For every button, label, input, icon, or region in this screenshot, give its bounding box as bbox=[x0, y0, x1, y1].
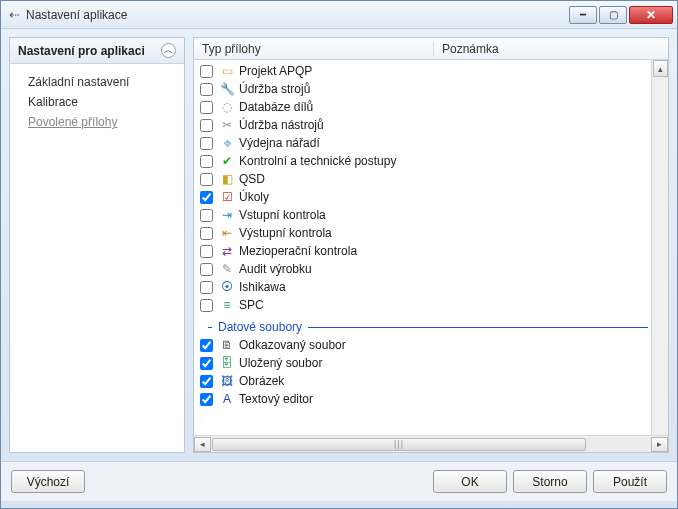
type-row: ◧QSD bbox=[200, 170, 668, 188]
group-label-text: Datové soubory bbox=[218, 320, 302, 334]
type-label: Výstupní kontrola bbox=[239, 226, 332, 240]
scroll-track[interactable]: ||| bbox=[211, 437, 651, 452]
project-icon: ▭ bbox=[219, 63, 235, 79]
type-label: Úkoly bbox=[239, 190, 269, 204]
datafile-checkbox[interactable] bbox=[200, 339, 213, 352]
type-checkbox[interactable] bbox=[200, 281, 213, 294]
type-row: ⎆Výdejna nářadí bbox=[200, 134, 668, 152]
type-checkbox[interactable] bbox=[200, 155, 213, 168]
type-row: ◌Databáze dílů bbox=[200, 98, 668, 116]
type-checkbox[interactable] bbox=[200, 191, 213, 204]
text-editor-icon: A bbox=[219, 391, 235, 407]
spc-icon: ≡ bbox=[219, 297, 235, 313]
sidebar-item-1[interactable]: Kalibrace bbox=[28, 92, 184, 112]
type-row: ⇥Vstupní kontrola bbox=[200, 206, 668, 224]
window-body: Nastavení pro aplikaci ︿ Základní nastav… bbox=[1, 29, 677, 461]
scroll-up-icon[interactable]: ▴ bbox=[653, 60, 668, 77]
database-icon: ◌ bbox=[219, 99, 235, 115]
type-label: Údržba nástrojů bbox=[239, 118, 324, 132]
minimize-button[interactable]: ━ bbox=[569, 6, 597, 24]
horizontal-scrollbar[interactable]: ◂ ||| ▸ bbox=[194, 435, 668, 452]
datafile-checkbox[interactable] bbox=[200, 357, 213, 370]
type-row: ⇄Mezioperační kontrola bbox=[200, 242, 668, 260]
type-row: ▭Projekt APQP bbox=[200, 62, 668, 80]
sidebar-header[interactable]: Nastavení pro aplikaci ︿ bbox=[10, 38, 184, 64]
image-icon: 🖼 bbox=[219, 373, 235, 389]
column-type[interactable]: Typ přílohy bbox=[194, 42, 434, 56]
datafile-label: Uložený soubor bbox=[239, 356, 322, 370]
input-icon: ⇥ bbox=[219, 207, 235, 223]
ok-button[interactable]: OK bbox=[433, 470, 507, 493]
attachment-list: ▭Projekt APQP🔧Údržba strojů◌Databáze díl… bbox=[194, 60, 668, 435]
default-button[interactable]: Výchozí bbox=[11, 470, 85, 493]
type-checkbox[interactable] bbox=[200, 137, 213, 150]
tools-icon: ✂ bbox=[219, 117, 235, 133]
type-checkbox[interactable] bbox=[200, 245, 213, 258]
type-checkbox[interactable] bbox=[200, 227, 213, 240]
stored-file-icon: 🗄 bbox=[219, 355, 235, 371]
type-label: Ishikawa bbox=[239, 280, 286, 294]
cancel-button[interactable]: Storno bbox=[513, 470, 587, 493]
audit-icon: ✎ bbox=[219, 261, 235, 277]
type-label: QSD bbox=[239, 172, 265, 186]
type-row: 🔧Údržba strojů bbox=[200, 80, 668, 98]
datafile-row: 🗎Odkazovaný soubor bbox=[200, 336, 668, 354]
sidebar-items: Základní nastaveníKalibracePovolené příl… bbox=[10, 64, 184, 140]
sidebar-item-2[interactable]: Povolené přílohy bbox=[28, 112, 184, 132]
type-row: ✔Kontrolní a technické postupy bbox=[200, 152, 668, 170]
type-label: Vstupní kontrola bbox=[239, 208, 326, 222]
type-label: Výdejna nářadí bbox=[239, 136, 320, 150]
type-label: SPC bbox=[239, 298, 264, 312]
interop-icon: ⇄ bbox=[219, 243, 235, 259]
type-checkbox[interactable] bbox=[200, 65, 213, 78]
dialog-footer: Výchozí OK Storno Použít bbox=[1, 461, 677, 501]
type-checkbox[interactable] bbox=[200, 83, 213, 96]
type-row: ⦿Ishikawa bbox=[200, 278, 668, 296]
column-note[interactable]: Poznámka bbox=[434, 42, 507, 56]
procedure-icon: ✔ bbox=[219, 153, 235, 169]
close-button[interactable]: ✕ bbox=[629, 6, 673, 24]
app-window: ⇠ Nastavení aplikace ━ ▢ ✕ Nastavení pro… bbox=[0, 0, 678, 509]
tasks-icon: ☑ bbox=[219, 189, 235, 205]
type-checkbox[interactable] bbox=[200, 263, 213, 276]
datafile-checkbox[interactable] bbox=[200, 393, 213, 406]
window-buttons: ━ ▢ ✕ bbox=[567, 6, 673, 24]
output-icon: ⇤ bbox=[219, 225, 235, 241]
titlebar: ⇠ Nastavení aplikace ━ ▢ ✕ bbox=[1, 1, 677, 29]
type-row: ✎Audit výrobku bbox=[200, 260, 668, 278]
sidebar-item-0[interactable]: Základní nastavení bbox=[28, 72, 184, 92]
apply-button[interactable]: Použít bbox=[593, 470, 667, 493]
type-label: Databáze dílů bbox=[239, 100, 313, 114]
datafile-checkbox[interactable] bbox=[200, 375, 213, 388]
qsd-icon: ◧ bbox=[219, 171, 235, 187]
main-panel: Typ přílohy Poznámka ▭Projekt APQP🔧Údržb… bbox=[193, 37, 669, 453]
datafile-label: Odkazovaný soubor bbox=[239, 338, 346, 352]
maximize-button[interactable]: ▢ bbox=[599, 6, 627, 24]
type-checkbox[interactable] bbox=[200, 101, 213, 114]
chevron-up-icon[interactable]: ︿ bbox=[161, 43, 176, 58]
issue-icon: ⎆ bbox=[219, 135, 235, 151]
sidebar: Nastavení pro aplikaci ︿ Základní nastav… bbox=[9, 37, 185, 453]
type-row: ✂Údržba nástrojů bbox=[200, 116, 668, 134]
type-label: Mezioperační kontrola bbox=[239, 244, 357, 258]
ishikawa-icon: ⦿ bbox=[219, 279, 235, 295]
window-title: Nastavení aplikace bbox=[26, 8, 567, 22]
datafile-row: 🗄Uložený soubor bbox=[200, 354, 668, 372]
type-checkbox[interactable] bbox=[200, 299, 213, 312]
type-checkbox[interactable] bbox=[200, 173, 213, 186]
type-row: ☑Úkoly bbox=[200, 188, 668, 206]
type-label: Projekt APQP bbox=[239, 64, 312, 78]
scroll-thumb[interactable]: ||| bbox=[212, 438, 586, 451]
vertical-scrollbar[interactable]: ▴ bbox=[651, 60, 668, 435]
type-label: Kontrolní a technické postupy bbox=[239, 154, 396, 168]
type-label: Audit výrobku bbox=[239, 262, 312, 276]
datafile-row: ATextový editor bbox=[200, 390, 668, 408]
type-checkbox[interactable] bbox=[200, 209, 213, 222]
type-checkbox[interactable] bbox=[200, 119, 213, 132]
pin-icon: ⇠ bbox=[9, 7, 20, 22]
scroll-right-icon[interactable]: ▸ bbox=[651, 437, 668, 452]
datafile-label: Textový editor bbox=[239, 392, 313, 406]
scroll-left-icon[interactable]: ◂ bbox=[194, 437, 211, 452]
datafile-row: 🖼Obrázek bbox=[200, 372, 668, 390]
type-row: ≡SPC bbox=[200, 296, 668, 314]
